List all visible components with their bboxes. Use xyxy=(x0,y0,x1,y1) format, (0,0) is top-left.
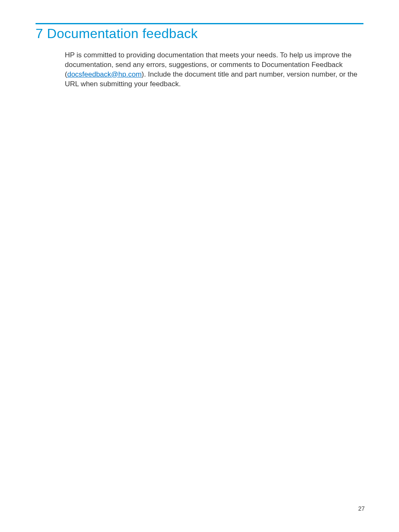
body-paragraph: HP is committed to providing documentati… xyxy=(65,51,363,89)
horizontal-rule xyxy=(36,23,363,24)
chapter-title: 7 Documentation feedback xyxy=(36,26,363,41)
feedback-email-link[interactable]: docsfeedback@hp.com xyxy=(67,70,142,78)
document-page: 7 Documentation feedback HP is committed… xyxy=(0,0,399,89)
page-number: 27 xyxy=(358,505,365,512)
